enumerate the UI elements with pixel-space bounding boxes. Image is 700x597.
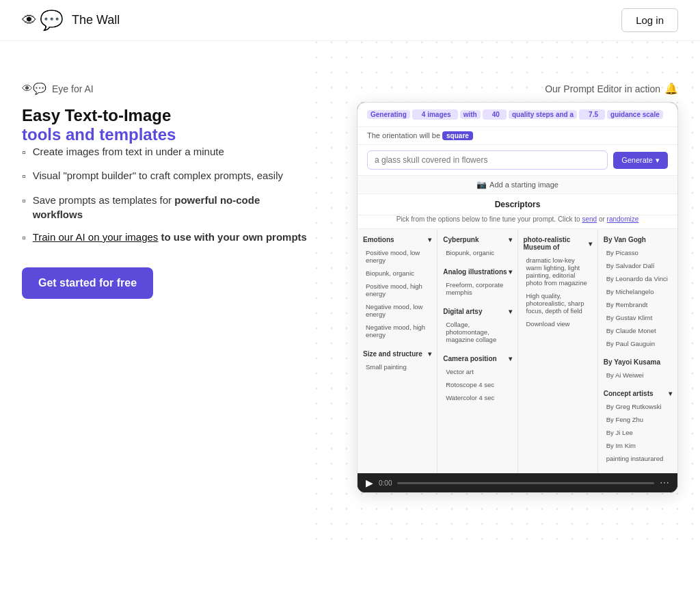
emotion-item-4[interactable]: Negative mood, low energy: [363, 302, 431, 319]
demo-badge-scale: 7.5: [579, 109, 605, 120]
orientation-badge: square: [442, 131, 473, 140]
hero-h1-line2: tools and templates: [22, 125, 176, 144]
feature-2: ▫ Visual "prompt builder" to craft compl…: [22, 168, 309, 184]
demo-header-text: Generating: [367, 110, 410, 119]
logo-icon: 👁 💬: [22, 9, 64, 31]
navbar: 👁 💬 The Wall Log in: [0, 0, 700, 41]
train-ai-link[interactable]: Train our AI on your images: [33, 231, 159, 243]
artist-gauguin[interactable]: By Paul Gauguin: [604, 339, 672, 349]
demo-header-with: with: [460, 110, 481, 119]
video-more-button[interactable]: ⋯: [660, 477, 669, 488]
demo-generate-chevron: ▾: [656, 156, 660, 165]
painting-item[interactable]: painting instaurared: [604, 453, 672, 464]
photo-item-3[interactable]: Download view: [524, 319, 592, 329]
hero-left: 👁💬 Eye for AI Easy Text-to-Image tools a…: [22, 82, 309, 299]
feature-3-text: Save prompts as templates for powerful n…: [33, 193, 309, 222]
play-button[interactable]: ▶: [366, 477, 373, 488]
artist-vinci[interactable]: By Leonardo da Vinci: [604, 274, 672, 284]
emotion-item-1[interactable]: Positive mood, low energy: [363, 248, 431, 265]
camera-item-1[interactable]: Vector art: [443, 367, 511, 377]
demo-label: Our Prompt Editor in action 🔔: [545, 82, 678, 95]
size-title: Size and structure ▾: [363, 350, 431, 358]
artist-weiwei[interactable]: By Ai Weiwei: [604, 370, 672, 380]
demo-input-row[interactable]: Generate ▾: [358, 145, 677, 176]
artist-fengzhu[interactable]: By Feng Zhu: [604, 414, 672, 425]
demo-col-photo: photo-realistic Museum of ▾ dramatic low…: [518, 229, 598, 473]
artist-imkim[interactable]: By Im Kim: [604, 440, 672, 451]
camera-item-3[interactable]: Watercolor 4 sec: [443, 393, 511, 403]
randomize-link[interactable]: randomize: [607, 215, 639, 223]
demo-descriptors: Emotions ▾ Positive mood, low energy Bio…: [358, 229, 677, 473]
artist-klimt[interactable]: By Gustav Klimt: [604, 313, 672, 323]
demo-badge-images: 4 images: [412, 109, 458, 120]
bullet-icon-1: ▫: [22, 145, 26, 160]
kusama-title: By Yayoi Kusama: [604, 358, 672, 366]
hero-section: 👁💬 Eye for AI Easy Text-to-Image tools a…: [0, 41, 700, 548]
emotion-item-3[interactable]: Positive mood, high energy: [363, 281, 431, 299]
eyebrow-icon: 👁💬: [22, 82, 46, 95]
send-link[interactable]: send: [582, 215, 597, 223]
video-progress[interactable]: [397, 482, 654, 484]
navbar-left: 👁 💬 The Wall: [22, 9, 120, 31]
emotion-item-2[interactable]: Biopunk, organic: [363, 268, 431, 278]
demo-col-artists: By Van Gogh By Picasso By Salvador Dalí …: [598, 229, 677, 473]
login-button[interactable]: Log in: [621, 8, 678, 32]
camera-item-2[interactable]: Rotoscope 4 sec: [443, 380, 511, 390]
digital-title: Digital artsy ▾: [443, 308, 511, 315]
artist-rembrandt[interactable]: By Rembrandt: [604, 300, 672, 310]
descriptors-subtext: Pick from the options below to fine tune…: [358, 215, 677, 229]
photo-item-1[interactable]: dramatic low-key warm lighting, light pa…: [524, 255, 592, 288]
demo-add-start: 📷 Add a starting image: [358, 176, 677, 194]
artist-rutkowski[interactable]: By Greg Rutkowski: [604, 401, 672, 412]
nav-title: The Wall: [72, 13, 120, 27]
photo-item-2[interactable]: High quality, photorealistic, sharp focu…: [524, 291, 592, 316]
concept-title: Concept artists ▾: [604, 390, 672, 397]
demo-col-digital: Cyberpunk ▾ Biopunk, organic Analog illu…: [438, 229, 517, 473]
bullet-icon-3: ▫: [22, 194, 26, 209]
feature-1-text: Create images from text in under a minut…: [33, 144, 224, 159]
hero-right: Our Prompt Editor in action 🔔 Generating…: [309, 82, 678, 493]
add-start-text: Add a starting image: [489, 181, 558, 189]
size-item-1[interactable]: Small painting: [363, 362, 431, 372]
van-gogh-title: By Van Gogh: [604, 236, 672, 243]
feature-1: ▫ Create images from text in under a min…: [22, 144, 309, 160]
artist-jilee[interactable]: By Ji Lee: [604, 427, 672, 438]
demo-orientation: The orientation will be square: [358, 127, 677, 145]
demo-header-guidance: guidance scale: [607, 110, 663, 119]
demo-video-bar: ▶ 0:00 ⋯: [358, 473, 677, 492]
hero-heading: Easy Text-to-Image tools and templates: [22, 106, 309, 144]
artist-picasso[interactable]: By Picasso: [604, 248, 672, 258]
demo-col-emotions: Emotions ▾ Positive mood, low energy Bio…: [358, 229, 438, 473]
get-started-button[interactable]: Get started for free: [22, 267, 153, 299]
camera-icon: 📷: [476, 180, 487, 189]
demo-header: Generating 4 images with 40 quality step…: [358, 103, 677, 127]
cyberpunk-item-1[interactable]: Biopunk, organic: [443, 248, 511, 258]
hero-h1-line1: Easy Text-to-Image: [22, 106, 171, 124]
digital-item-1[interactable]: Collage, photomontage, magazine collage: [443, 319, 511, 345]
feature-4-text: Train our AI on your images to use with …: [33, 230, 307, 244]
bubble-icon: 💬: [40, 9, 64, 31]
bullet-icon-4: ▫: [22, 230, 26, 246]
hero-content: 👁💬 Eye for AI Easy Text-to-Image tools a…: [22, 82, 678, 493]
hero-eyebrow: 👁💬 Eye for AI: [22, 82, 309, 95]
emotion-item-5[interactable]: Negative mood, high energy: [363, 322, 431, 340]
artist-monet[interactable]: By Claude Monet: [604, 326, 672, 336]
hero-features: ▫ Create images from text in under a min…: [22, 144, 309, 246]
eyebrow-text: Eye for AI: [52, 83, 94, 94]
bell-icon: 🔔: [664, 82, 678, 95]
demo-generate-button[interactable]: Generate ▾: [613, 152, 668, 169]
templates-section: Reusable templates Quickly create image …: [0, 548, 700, 597]
cyberpunk-title: Cyberpunk ▾: [443, 236, 511, 243]
demo-label-text: Our Prompt Editor in action: [545, 83, 660, 94]
bullet-icon-2: ▫: [22, 169, 26, 184]
analog-item-1[interactable]: Freeform, corporate memphis: [443, 280, 511, 297]
photo-header: photo-realistic Museum of ▾: [524, 236, 592, 251]
artist-dali[interactable]: By Salvador Dalí: [604, 261, 672, 271]
camera-title: Camera position ▾: [443, 355, 511, 362]
emotions-title: Emotions ▾: [363, 236, 431, 243]
demo-prompt-input[interactable]: [367, 150, 608, 170]
analog-title: Analog illustrations ▾: [443, 268, 511, 276]
artist-michelangelo[interactable]: By Michelangelo: [604, 287, 672, 297]
demo-container: Generating 4 images with 40 quality step…: [357, 102, 678, 493]
feature-2-text: Visual "prompt builder" to craft complex…: [33, 168, 283, 183]
